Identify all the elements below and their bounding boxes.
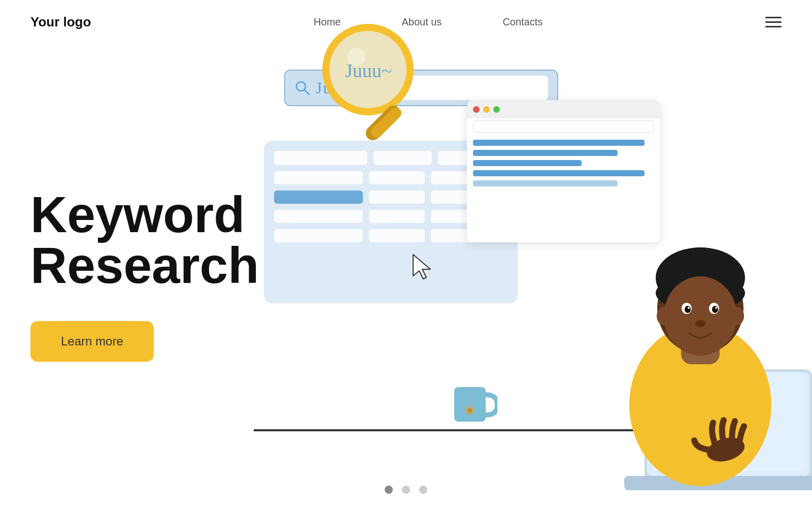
data-cell [374,151,432,165]
coffee-mug [452,379,497,430]
site-header: Your logo Home About us Contacts [0,0,812,44]
hamburger-line-2 [765,21,782,23]
data-cell [274,210,363,223]
hero-text-block: Keyword Research Learn more [30,189,264,362]
pagination-dot-3[interactable] [419,486,427,494]
svg-point-28 [715,307,717,309]
pagination [385,486,427,494]
svg-marker-8 [413,255,430,279]
browser-dot-yellow [483,106,490,113]
svg-point-12 [468,408,472,412]
browser-titlebar [467,100,660,118]
svg-point-27 [688,307,690,309]
svg-point-26 [712,306,718,313]
cursor-icon [411,252,436,280]
hero-section: Keyword Research Learn more Juuu~ [0,44,812,496]
data-cell [274,229,363,242]
hero-title: Keyword Research [30,189,264,291]
browser-text-line [473,160,582,166]
data-cell-highlighted [274,190,363,204]
learn-more-button[interactable]: Learn more [30,321,154,362]
browser-address-bar [473,120,654,133]
svg-point-25 [685,306,691,313]
browser-dot-green [493,106,500,113]
hamburger-menu[interactable] [765,17,782,27]
data-cell [274,151,367,165]
svg-point-31 [730,307,744,325]
site-logo: Your logo [30,14,91,30]
nav-contacts[interactable]: Contacts [502,16,543,28]
data-cell [274,171,363,184]
hamburger-line-1 [765,17,782,18]
svg-point-22 [664,276,737,356]
nav-about[interactable]: About us [401,16,442,28]
svg-text:Juuu~: Juuu~ [345,60,392,81]
browser-text-line [473,140,645,146]
data-cell [369,229,425,242]
pagination-dot-2[interactable] [402,486,410,494]
data-cell [369,190,425,204]
search-icon [294,80,311,96]
svg-line-1 [304,90,309,94]
data-cell [369,210,425,223]
browser-text-line [473,150,618,156]
pagination-dot-1[interactable] [385,486,393,494]
data-cell [369,171,425,184]
person-illustration [553,171,812,496]
svg-point-30 [657,307,671,325]
svg-point-29 [695,320,705,327]
hamburger-line-3 [765,26,782,27]
nav-home[interactable]: Home [314,16,341,28]
hero-illustration: Juuu~ Juuu~ [254,34,812,491]
browser-dot-red [473,106,480,113]
main-nav: Home About us Contacts [314,16,543,28]
